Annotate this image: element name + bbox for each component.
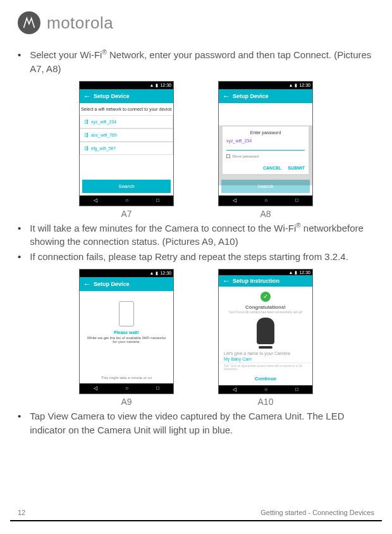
nav-recent-icon: □ xyxy=(295,387,298,392)
nav-home-icon: ○ xyxy=(125,385,128,391)
wifi-item: ⇶efg_wifi_567 xyxy=(80,142,173,155)
motorola-logo-icon xyxy=(18,11,40,34)
password-dialog: Enter password xyz_wifi_234 Show passwor… xyxy=(223,127,309,174)
screen-title: Setup Device xyxy=(233,93,269,99)
battery-icon: ▮ xyxy=(295,83,297,88)
screen-title: Setup Device xyxy=(94,93,130,99)
back-arrow-icon: ← xyxy=(223,276,230,285)
wifi-icon: ⇶ xyxy=(84,146,89,151)
dialog-title: Enter password xyxy=(226,130,305,135)
nav-home-icon: ○ xyxy=(125,197,128,203)
please-wait-title: Please wait! xyxy=(114,330,139,335)
nav-back-icon: ◁ xyxy=(233,197,236,203)
signal-icon: ▲ xyxy=(289,270,293,275)
password-input xyxy=(226,144,305,151)
signal-icon: ▲ xyxy=(150,83,154,87)
caption-a7: A7 xyxy=(121,209,132,219)
footer-rule xyxy=(10,520,382,521)
page-number: 12 xyxy=(18,509,25,516)
status-time: 12:30 xyxy=(160,271,171,275)
nav-back-icon: ◁ xyxy=(94,385,97,391)
signal-icon: ▲ xyxy=(150,271,154,275)
status-time: 12:30 xyxy=(299,83,310,87)
battery-icon: ▮ xyxy=(156,83,158,88)
nav-home-icon: ○ xyxy=(264,197,267,203)
bullet-4: Tap View Camera to view the video captur… xyxy=(18,409,374,437)
show-password-label: Show password xyxy=(232,154,259,158)
screen-title: Setup Device xyxy=(94,281,130,287)
continue-button: Continue xyxy=(219,372,312,385)
status-time: 12:30 xyxy=(299,270,310,275)
camera-name-label: Let's give a name to your Camera xyxy=(219,351,312,356)
section-title: Getting started - Connecting Devices xyxy=(260,509,374,516)
nav-recent-icon: □ xyxy=(295,197,298,203)
back-arrow-icon: ← xyxy=(83,92,91,101)
screenshot-a7: ▲▮12:30 ←Setup Device Select a wifi netw… xyxy=(79,81,174,206)
wifi-prompt: Select a wifi network to connect to your… xyxy=(80,107,173,111)
nav-back-icon: ◁ xyxy=(94,197,97,203)
caption-a9: A9 xyxy=(121,397,132,407)
search-button: Search xyxy=(82,180,171,193)
caption-a8: A8 xyxy=(260,209,271,219)
nav-recent-icon: □ xyxy=(156,385,159,391)
screen-title: Setup Instruction xyxy=(233,278,279,284)
check-circle-icon: ✓ xyxy=(260,292,271,302)
back-arrow-icon: ← xyxy=(83,280,91,289)
nav-home-icon: ○ xyxy=(264,387,267,392)
battery-icon: ▮ xyxy=(295,270,297,275)
cancel-button: CANCEL xyxy=(263,166,281,170)
wait-footer-text: This might take a minute or so xyxy=(80,372,173,383)
wifi-icon: ⇶ xyxy=(84,132,89,138)
wifi-item: ⇶abc_wifi_789 xyxy=(80,128,173,142)
signal-icon: ▲ xyxy=(289,83,293,87)
screenshot-a8: ▲▮12:30 ←Setup Device Search Enter passw… xyxy=(218,81,313,206)
nav-recent-icon: □ xyxy=(156,197,159,203)
camera-icon xyxy=(257,318,274,344)
dialog-network: xyz_wifi_234 xyxy=(226,139,305,143)
screenshot-a9: ▲▮12:30 ←Setup Device Please wait! While… xyxy=(79,269,174,394)
status-time: 12:30 xyxy=(160,83,171,87)
back-arrow-icon: ← xyxy=(223,92,230,101)
camera-name-value: My Baby Cam xyxy=(219,356,312,363)
congrats-subtitle: Your Focus 66 camera has been successful… xyxy=(221,310,310,314)
device-icon xyxy=(119,301,134,326)
congrats-title: Congratulations! xyxy=(221,304,310,310)
battery-icon: ▮ xyxy=(156,271,158,276)
camera-name-hint: Tips: Give an appropriate custom name wi… xyxy=(219,363,312,372)
wifi-item: ⇶xyz_wifi_234 xyxy=(80,115,173,128)
bullet-1: Select your Wi-Fi® Network, enter your p… xyxy=(18,48,374,76)
checkbox-icon xyxy=(226,154,230,158)
caption-a10: A10 xyxy=(258,397,274,407)
nav-back-icon: ◁ xyxy=(233,387,236,392)
submit-button: SUBMIT xyxy=(288,166,305,170)
brand-name: motorola xyxy=(47,13,113,33)
wifi-icon: ⇶ xyxy=(84,119,89,125)
bullet-3: If connection fails, please tap Retry an… xyxy=(18,250,374,264)
please-wait-subtitle: While we get the list of available WiFi … xyxy=(80,335,173,345)
screenshot-a10: ▲▮12:30 ←Setup Instruction ✓ Congratulat… xyxy=(218,269,313,394)
page-footer: 12 Getting started - Connecting Devices xyxy=(0,509,392,521)
bullet-2: It will take a few minutes for the Camer… xyxy=(18,221,374,249)
brand-header: motorola xyxy=(18,11,374,34)
